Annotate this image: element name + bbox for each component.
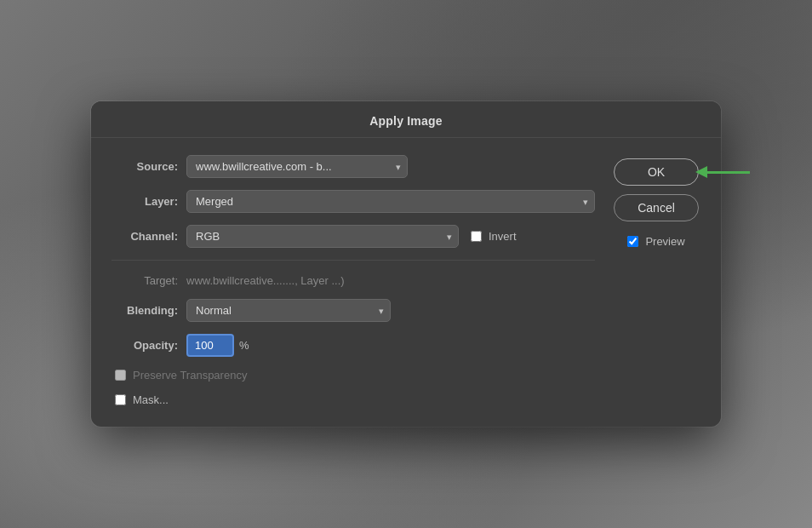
arrow-line bbox=[707, 171, 750, 174]
channel-row: Channel: RGB Red Green Blue Invert bbox=[112, 225, 595, 248]
target-value: www.bwillcreative......., Layer ...) bbox=[186, 274, 345, 287]
blending-select[interactable]: Normal Multiply Screen Overlay bbox=[186, 299, 391, 322]
mask-label[interactable]: Mask... bbox=[133, 393, 169, 406]
ok-button[interactable]: OK bbox=[614, 158, 699, 186]
preserve-transparency-label: Preserve Transparency bbox=[133, 369, 247, 382]
arrow-annotation bbox=[695, 166, 750, 178]
channel-select[interactable]: RGB Red Green Blue bbox=[186, 225, 459, 248]
invert-label[interactable]: Invert bbox=[489, 230, 517, 243]
layer-select[interactable]: Merged bbox=[186, 190, 595, 213]
blending-row: Blending: Normal Multiply Screen Overlay bbox=[112, 299, 595, 322]
opacity-label: Opacity: bbox=[112, 339, 178, 352]
cancel-button[interactable]: Cancel bbox=[614, 194, 699, 221]
apply-image-dialog: Apply Image Source: www.bwillcreative.co… bbox=[91, 101, 721, 427]
dialog-right: OK Cancel Preview bbox=[612, 155, 700, 406]
preserve-transparency-row: Preserve Transparency bbox=[115, 369, 595, 382]
dialog-titlebar: Apply Image bbox=[91, 101, 721, 138]
layer-row: Layer: Merged bbox=[112, 190, 595, 213]
arrow-head bbox=[695, 166, 707, 178]
mask-checkbox[interactable] bbox=[115, 394, 126, 405]
source-row: Source: www.bwillcreative.com - b... bbox=[112, 155, 595, 178]
divider-1 bbox=[112, 260, 595, 261]
source-label: Source: bbox=[112, 160, 178, 173]
mask-row: Mask... bbox=[115, 393, 595, 406]
opacity-input[interactable] bbox=[186, 334, 234, 357]
source-select[interactable]: www.bwillcreative.com - b... bbox=[186, 155, 408, 178]
ok-button-wrapper: OK bbox=[614, 158, 699, 186]
target-label: Target: bbox=[112, 274, 178, 287]
dialog-left: Source: www.bwillcreative.com - b... Lay… bbox=[112, 155, 595, 406]
layer-select-wrapper: Merged bbox=[186, 190, 595, 213]
preserve-transparency-checkbox[interactable] bbox=[115, 370, 126, 381]
preview-checkbox[interactable] bbox=[627, 236, 638, 247]
opacity-row: Opacity: % bbox=[112, 334, 595, 357]
invert-group: Invert bbox=[471, 230, 517, 243]
dialog-body: Source: www.bwillcreative.com - b... Lay… bbox=[91, 138, 721, 427]
dialog-title: Apply Image bbox=[369, 114, 442, 128]
preview-label[interactable]: Preview bbox=[645, 235, 684, 248]
target-row: Target: www.bwillcreative......., Layer … bbox=[112, 273, 595, 287]
opacity-unit: % bbox=[239, 339, 249, 352]
invert-checkbox[interactable] bbox=[471, 231, 482, 242]
blending-select-wrapper: Normal Multiply Screen Overlay bbox=[186, 299, 391, 322]
channel-label: Channel: bbox=[112, 230, 178, 243]
blending-label: Blending: bbox=[112, 304, 178, 317]
layer-label: Layer: bbox=[112, 195, 178, 208]
channel-select-wrapper: RGB Red Green Blue bbox=[186, 225, 459, 248]
source-select-wrapper: www.bwillcreative.com - b... bbox=[186, 155, 408, 178]
preview-row: Preview bbox=[627, 235, 684, 248]
